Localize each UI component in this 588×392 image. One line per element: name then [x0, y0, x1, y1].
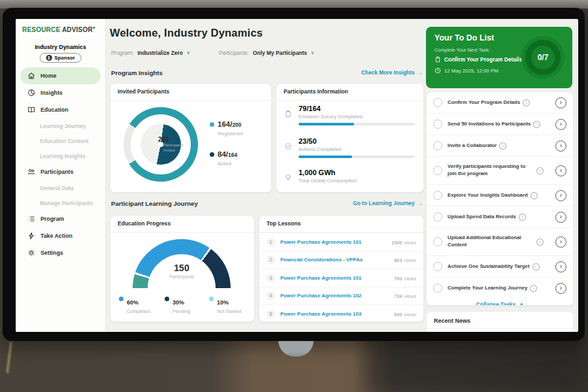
info-icon[interactable]: i	[532, 263, 540, 270]
program-filter[interactable]: Program: Industrialize Zero ∨	[111, 50, 190, 56]
lesson-link[interactable]: Financial Considerations - VPPAs	[280, 257, 363, 263]
sidebar-item-home[interactable]: Home	[20, 67, 101, 84]
task-row[interactable]: Complete Your Learning Journey i ›	[427, 277, 573, 299]
todo-title: Your To Do List	[434, 33, 494, 42]
invited-participants-card: Invited Participants 200 Participants In…	[110, 83, 272, 193]
lesson-row[interactable]: 5 Power Purchase Agreements 103 600views	[259, 304, 423, 322]
settings-gear-icon	[27, 249, 35, 257]
recent-news-card: Recent News	[426, 311, 574, 332]
lesson-link[interactable]: Power Purchase Agreements 103	[280, 311, 361, 317]
info-icon[interactable]: i	[531, 192, 538, 199]
todo-due: 12 May 2025, 12:00 PM	[434, 67, 498, 74]
task-checkbox[interactable]	[433, 262, 442, 271]
sidebar-item-label: Home	[41, 73, 56, 79]
lesson-link[interactable]: Power Purchase Agreements 102	[280, 293, 361, 299]
task-checkbox[interactable]	[433, 166, 442, 175]
sidebar-item-label: Manage Participants	[40, 200, 93, 206]
arrow-right-icon: →	[417, 69, 423, 76]
info-icon[interactable]: i	[523, 99, 530, 106]
lesson-views: 600views	[392, 310, 416, 318]
lesson-views-value: 734	[394, 293, 402, 299]
task-chevron-button[interactable]: ›	[555, 119, 566, 130]
education-icon	[27, 106, 35, 114]
check-more-insights-link[interactable]: Check More Insights→	[361, 69, 423, 76]
task-checkbox[interactable]	[433, 237, 442, 246]
task-chevron-button[interactable]: ›	[555, 140, 566, 152]
legend-completed: 60% Completed	[119, 295, 150, 314]
task-checkbox[interactable]	[433, 191, 442, 200]
chevron-down-icon: ∨	[311, 50, 314, 56]
sidebar-item-participants[interactable]: Participants	[20, 163, 101, 180]
lesson-views-value: 803	[394, 257, 402, 263]
task-row[interactable]: Send 50 Invitations to Participants i ›	[427, 113, 573, 135]
lesson-views-word: views	[404, 276, 416, 282]
task-chevron-button[interactable]: ›	[555, 190, 566, 201]
sponsor-badge[interactable]: $ Sponsor	[39, 53, 82, 63]
sidebar-item-learning-journey[interactable]: Learning Journey	[16, 118, 105, 133]
task-row[interactable]: Achieve One Sustainability Target i ›	[427, 255, 573, 277]
task-row[interactable]: Upload Additional Educational Content i …	[427, 227, 573, 255]
task-row[interactable]: Explore Your Insights Dashboard i ›	[427, 184, 573, 206]
task-chevron-button[interactable]: ›	[555, 237, 566, 248]
home-icon	[27, 72, 35, 80]
task-checkbox[interactable]	[433, 284, 442, 293]
sidebar-item-insights[interactable]: Insights	[20, 84, 101, 101]
sidebar-item-education-content[interactable]: Education Content	[16, 133, 105, 148]
gauge-center: 150 Participants	[142, 263, 221, 280]
info-icon[interactable]: i	[533, 121, 540, 128]
consumption-value: 1,000 GWh	[299, 169, 335, 176]
lesson-views-value: 793	[394, 276, 402, 282]
sidebar-item-general-data[interactable]: General Data	[16, 180, 105, 195]
sidebar-item-education[interactable]: Education	[20, 101, 101, 118]
actions-label: Actions Completed	[299, 146, 341, 152]
lesson-link[interactable]: Power Purchase Agreements 101	[280, 275, 361, 281]
info-icon[interactable]: i	[536, 167, 544, 174]
donut-inner-ring: 200 Participants Invited	[140, 124, 181, 165]
todo-next-task: Confirm Your Program Details	[434, 56, 522, 63]
participants-filter[interactable]: Participants: Only My Participants ∨	[219, 50, 314, 56]
logo-plus: +	[93, 25, 95, 30]
registered-total: 200	[232, 122, 241, 128]
lesson-row[interactable]: 4 Power Purchase Agreements 102 734views	[259, 287, 423, 305]
completed-pct: 60%	[127, 299, 139, 306]
sidebar-item-take-action[interactable]: Take Action	[20, 227, 101, 244]
sidebar-nav: Home Insights Education	[16, 67, 105, 261]
org-name: Industry Dynamics	[16, 44, 105, 50]
info-icon[interactable]: i	[530, 285, 537, 292]
completed-dot	[119, 297, 123, 301]
task-row[interactable]: Confirm Your Program Details i ›	[427, 92, 573, 113]
task-row[interactable]: Upload Spend Data Records i ›	[427, 206, 573, 227]
task-checkbox[interactable]	[433, 212, 442, 221]
todo-next-task-label: Confirm Your Program Details	[444, 56, 522, 63]
info-icon[interactable]: i	[499, 142, 506, 150]
task-chevron-button[interactable]: ›	[555, 97, 566, 108]
task-row[interactable]: Invite a Collaborator i ›	[427, 135, 573, 156]
task-checkbox[interactable]	[433, 120, 442, 129]
task-chevron-button[interactable]: ›	[555, 283, 566, 294]
active-value: 84/	[218, 150, 228, 158]
go-to-learning-journey-link[interactable]: Go to Learning Journey→	[353, 200, 423, 206]
lesson-row[interactable]: 1 Power Purchase Agreements 101 1000view…	[259, 233, 423, 251]
collapse-tasks-link[interactable]: Collapse Tasks ∧	[427, 299, 573, 306]
lesson-row[interactable]: 2 Financial Considerations - VPPAs 803vi…	[259, 251, 423, 269]
info-icon[interactable]: i	[536, 238, 544, 246]
chevron-up-icon: ∧	[519, 301, 523, 306]
sidebar-item-program[interactable]: Program	[20, 210, 101, 227]
collapse-tasks-label: Collapse Tasks	[476, 301, 515, 306]
active-total: 164	[228, 152, 237, 158]
task-checkbox[interactable]	[433, 141, 442, 150]
sidebar-item-settings[interactable]: Settings	[20, 244, 101, 261]
task-chevron-button[interactable]: ›	[555, 212, 566, 223]
sidebar-item-learning-insights[interactable]: Learning Insights	[16, 148, 105, 163]
task-checkbox[interactable]	[433, 98, 442, 107]
task-row[interactable]: Verify participants requesting to join t…	[427, 156, 573, 184]
lesson-link[interactable]: Power Purchase Agreements 101	[280, 239, 361, 245]
sidebar-item-label: Education Content	[40, 138, 88, 144]
task-chevron-button[interactable]: ›	[555, 165, 566, 176]
task-chevron-button[interactable]: ›	[555, 261, 566, 272]
lesson-row[interactable]: 3 Power Purchase Agreements 101 793views	[259, 269, 423, 287]
lesson-rank: 4	[267, 291, 275, 300]
sidebar-item-manage-participants[interactable]: Manage Participants	[16, 195, 105, 210]
actions-progress-bar	[299, 155, 415, 158]
info-icon[interactable]: i	[519, 214, 526, 221]
